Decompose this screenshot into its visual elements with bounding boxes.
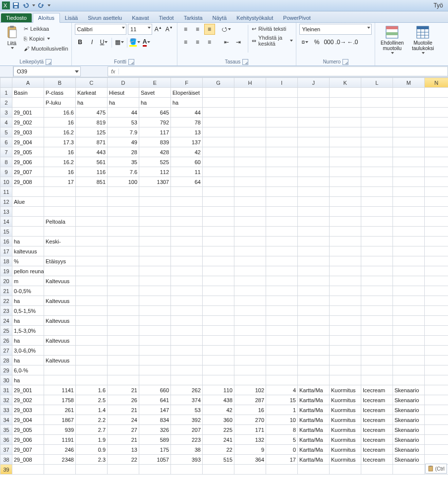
cell[interactable] [393, 197, 425, 207]
cell[interactable] [298, 296, 330, 306]
cell[interactable] [393, 167, 425, 177]
cell[interactable] [298, 118, 330, 127]
cell[interactable] [298, 316, 330, 326]
orientation-button[interactable]: ⭯ [221, 24, 232, 35]
cell[interactable]: 29_001 [12, 385, 44, 395]
percent-button[interactable]: % [311, 37, 322, 48]
cell[interactable] [330, 227, 361, 237]
cell[interactable] [234, 147, 266, 157]
cell[interactable] [108, 217, 139, 227]
cell[interactable] [425, 147, 448, 157]
cell[interactable]: 645 [139, 108, 171, 118]
cell[interactable] [139, 346, 171, 356]
cell[interactable]: 261 [44, 405, 76, 415]
cell[interactable] [12, 98, 44, 108]
cell[interactable]: 53 [108, 118, 139, 127]
name-box[interactable]: O39 [13, 66, 81, 76]
cell[interactable] [330, 108, 361, 118]
cell[interactable]: Skenaario [393, 445, 425, 455]
column-header-F[interactable]: F [171, 78, 203, 88]
cell[interactable] [425, 445, 448, 455]
cell[interactable]: 137 [171, 137, 203, 147]
cell[interactable] [361, 207, 393, 217]
copy-button[interactable]: ⎘ Kopioi [24, 34, 68, 44]
row-header[interactable]: 3 [0, 108, 12, 118]
cell[interactable] [330, 98, 361, 108]
cell[interactable] [234, 286, 266, 296]
cell[interactable] [361, 237, 393, 246]
row-header[interactable]: 12 [0, 197, 12, 207]
cell[interactable]: 207 [171, 425, 203, 435]
cell[interactable]: 2.5 [76, 395, 108, 405]
row-header[interactable]: 1 [0, 88, 12, 98]
cell[interactable] [425, 306, 448, 316]
cell[interactable]: 443 [76, 147, 108, 157]
row-header[interactable]: 33 [0, 405, 12, 415]
cell[interactable] [298, 227, 330, 237]
cell[interactable] [76, 286, 108, 296]
tab-file[interactable]: Tiedosto [1, 13, 32, 22]
cell[interactable]: 35 [108, 157, 139, 167]
cell[interactable] [171, 187, 203, 197]
cell[interactable]: Icecream [361, 455, 393, 465]
cell[interactable]: 7.6 [108, 167, 139, 177]
cell[interactable] [44, 365, 76, 375]
cell[interactable] [108, 365, 139, 375]
cell[interactable] [203, 187, 234, 197]
cell[interactable] [234, 187, 266, 197]
cell[interactable] [361, 296, 393, 306]
cell[interactable] [298, 88, 330, 98]
cell[interactable]: 641 [139, 395, 171, 405]
font-color-button[interactable]: A [141, 37, 152, 48]
cell[interactable]: 3,0-6,0% [12, 346, 44, 356]
cell[interactable] [330, 326, 361, 336]
tab-nayta[interactable]: Näytä [208, 13, 232, 22]
cell[interactable] [139, 227, 171, 237]
column-header-J[interactable]: J [298, 78, 330, 88]
number-format-combo[interactable]: Yleinen [299, 24, 372, 35]
cell[interactable] [12, 207, 44, 217]
cell[interactable] [234, 266, 266, 276]
name-box-dropdown-icon[interactable] [75, 70, 79, 73]
cell[interactable] [44, 246, 76, 256]
cell[interactable] [425, 127, 448, 137]
cell[interactable] [203, 147, 234, 157]
row-header[interactable]: 31 [0, 385, 12, 395]
cell[interactable]: 515 [203, 455, 234, 465]
cell[interactable] [203, 237, 234, 246]
cell[interactable] [108, 187, 139, 197]
cell[interactable] [393, 306, 425, 316]
row-header[interactable]: 21 [0, 286, 12, 296]
cell[interactable]: 16 [44, 147, 76, 157]
cell[interactable] [298, 286, 330, 296]
cell[interactable] [266, 375, 298, 385]
cell[interactable] [234, 127, 266, 137]
cell[interactable] [298, 256, 330, 266]
cell[interactable] [425, 435, 448, 445]
cell[interactable] [330, 266, 361, 276]
cell[interactable]: 2348 [44, 455, 76, 465]
row-header[interactable]: 19 [0, 266, 12, 276]
cell[interactable] [108, 276, 139, 286]
cell[interactable]: 21 [108, 405, 139, 415]
row-header[interactable]: 18 [0, 256, 12, 266]
row-header[interactable]: 38 [0, 455, 12, 465]
cell[interactable] [139, 207, 171, 217]
cell[interactable]: 22 [108, 455, 139, 465]
number-dialog-launcher[interactable] [342, 59, 348, 65]
cell[interactable]: 16.6 [44, 108, 76, 118]
cell[interactable] [330, 127, 361, 137]
cell[interactable] [361, 127, 393, 137]
cell[interactable] [234, 356, 266, 365]
cell[interactable] [266, 246, 298, 256]
cell[interactable] [361, 356, 393, 365]
row-header[interactable]: 5 [0, 127, 12, 137]
cell[interactable]: Skenaario [393, 415, 425, 425]
cell[interactable] [425, 246, 448, 256]
wrap-text-button[interactable]: ↩Rivitä teksti [252, 24, 293, 34]
cell[interactable] [425, 326, 448, 336]
cell[interactable]: 839 [139, 137, 171, 147]
cell[interactable] [108, 316, 139, 326]
cell[interactable]: 392 [171, 415, 203, 425]
cell[interactable] [330, 306, 361, 316]
